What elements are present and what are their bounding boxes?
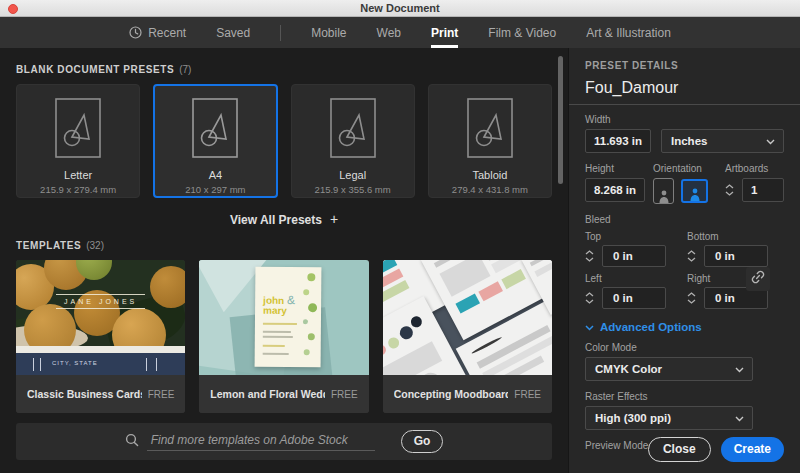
document-preset-icon <box>192 98 238 162</box>
bleed-left-input[interactable]: 0 in <box>602 287 666 309</box>
template-row: JANE JONES CITY, STATE Classic Business … <box>16 260 552 413</box>
raster-effects-label: Raster Effects <box>585 391 784 402</box>
new-document-dialog: New Document Recent Saved Mobile Web Pri… <box>0 0 800 473</box>
preset-card-tabloid[interactable]: Tabloid 279.4 x 431.8 mm <box>428 84 552 198</box>
orientation-portrait-button[interactable] <box>653 178 674 204</box>
preset-name: A4 <box>209 169 222 181</box>
artboards-input[interactable]: 1 <box>742 178 784 202</box>
template-thumbnail: john & mary <box>199 260 368 375</box>
orientation-landscape-button[interactable] <box>681 179 708 203</box>
search-input[interactable]: Find more templates on Adobe Stock <box>147 433 375 451</box>
clock-icon <box>129 26 142 39</box>
chevron-down-icon <box>585 321 594 333</box>
preset-card-a4[interactable]: A4 210 x 297 mm <box>153 84 277 198</box>
raster-effects-dropdown[interactable]: High (300 ppi) <box>585 406 753 430</box>
category-tabbar: Recent Saved Mobile Web Print Film & Vid… <box>0 17 800 48</box>
template-title: Concepting Moodboard Set <box>394 388 509 400</box>
link-icon <box>751 270 765 288</box>
template2-text: john & mary <box>263 295 295 316</box>
template-card-moodboard[interactable]: Concepting Moodboard Set FREE <box>383 260 552 413</box>
preset-name: Legal <box>339 169 366 181</box>
template1-title-overlay: JANE JONES <box>16 290 185 309</box>
template-card-business-cards[interactable]: JANE JONES CITY, STATE Classic Business … <box>16 260 185 413</box>
tab-label: Art & Illustration <box>586 26 671 40</box>
search-icon <box>125 433 139 451</box>
preset-dimensions: 279.4 x 431.8 mm <box>452 184 528 195</box>
preset-dimensions: 215.9 x 355.6 mm <box>315 184 391 195</box>
document-preset-icon <box>330 98 376 162</box>
divider <box>569 104 800 105</box>
document-preset-icon <box>55 98 101 162</box>
bleed-left-stepper[interactable] <box>585 292 597 304</box>
tab-label: Recent <box>148 26 186 40</box>
chevron-down-icon <box>735 412 744 424</box>
go-button[interactable]: Go <box>401 430 444 453</box>
preset-name: Letter <box>64 169 92 181</box>
height-input[interactable]: 8.268 in <box>585 178 645 202</box>
create-button[interactable]: Create <box>721 437 784 462</box>
bleed-right-stepper[interactable] <box>687 292 699 304</box>
preset-details-panel: PRESET DETAILS Fou_Damour Width 11.693 i… <box>568 48 800 473</box>
preset-dimensions: 210 x 297 mm <box>185 184 245 195</box>
height-label: Height <box>585 163 653 174</box>
preset-row: Letter 215.9 x 279.4 mm A4 210 x 297 mm … <box>16 84 552 198</box>
adobe-stock-search-bar: Find more templates on Adobe Stock Go <box>16 423 552 460</box>
template-free-badge: FREE <box>514 389 541 400</box>
color-mode-dropdown[interactable]: CMYK Color <box>585 357 753 381</box>
main-area: BLANK DOCUMENT PRESETS(7) Letter 215.9 x… <box>0 48 568 473</box>
artboards-stepper[interactable] <box>725 184 737 196</box>
tab-label: Print <box>431 26 458 40</box>
tab-label: Saved <box>216 26 250 40</box>
template-thumbnail <box>383 260 552 375</box>
template-thumbnail: JANE JONES CITY, STATE <box>16 260 185 375</box>
tab-web[interactable]: Web <box>377 17 401 48</box>
bleed-top-label: Top <box>585 231 671 242</box>
preset-name: Tabloid <box>472 169 507 181</box>
chevron-down-icon <box>735 363 744 375</box>
template-title: Lemon and Floral Wedding Invita... <box>210 388 325 400</box>
bleed-bottom-input[interactable]: 0 in <box>704 245 768 267</box>
tab-label: Web <box>377 26 401 40</box>
close-window-button[interactable] <box>8 4 18 14</box>
template-free-badge: FREE <box>331 389 358 400</box>
document-name-input[interactable]: Fou_Damour <box>585 79 784 104</box>
width-input[interactable]: 11.693 in <box>585 129 651 153</box>
tab-divider <box>280 25 281 41</box>
tab-mobile[interactable]: Mobile <box>311 17 346 48</box>
templates-count: (32) <box>86 240 104 251</box>
link-bleed-values-button[interactable] <box>746 267 770 291</box>
document-preset-icon <box>467 98 513 162</box>
titlebar: New Document <box>0 0 800 17</box>
template-card-wedding-invitation[interactable]: john & mary <box>199 260 368 413</box>
vertical-scrollbar[interactable] <box>558 56 563 184</box>
tab-recent[interactable]: Recent <box>129 17 186 48</box>
tab-art-illustration[interactable]: Art & Illustration <box>586 17 671 48</box>
blank-presets-heading: BLANK DOCUMENT PRESETS(7) <box>16 64 552 75</box>
view-all-presets-button[interactable]: View All Presets+ <box>16 211 552 227</box>
width-label: Width <box>585 114 784 125</box>
template1-card-text: CITY, STATE <box>52 360 98 366</box>
presets-count: (7) <box>179 64 191 75</box>
bleed-top-stepper[interactable] <box>585 250 597 262</box>
orientation-label: Orientation <box>653 163 725 174</box>
bleed-bottom-stepper[interactable] <box>687 250 699 262</box>
artboards-label: Artboards <box>725 163 784 174</box>
window-title: New Document <box>360 2 439 14</box>
bleed-left-label: Left <box>585 273 671 284</box>
tab-saved[interactable]: Saved <box>216 17 250 48</box>
bleed-bottom-label: Bottom <box>687 231 773 242</box>
bleed-top-input[interactable]: 0 in <box>602 245 666 267</box>
units-dropdown[interactable]: Inches <box>661 129 784 153</box>
preset-details-heading: PRESET DETAILS <box>585 60 784 71</box>
advanced-options-toggle[interactable]: Advanced Options <box>585 321 784 333</box>
close-button[interactable]: Close <box>648 437 711 462</box>
tab-print[interactable]: Print <box>431 17 458 48</box>
preset-card-legal[interactable]: Legal 215.9 x 355.6 mm <box>291 84 415 198</box>
templates-heading: TEMPLATES(32) <box>16 240 552 251</box>
tab-film-video[interactable]: Film & Video <box>488 17 556 48</box>
bleed-label: Bleed <box>585 214 784 225</box>
preset-card-letter[interactable]: Letter 215.9 x 279.4 mm <box>16 84 140 198</box>
preset-dimensions: 215.9 x 279.4 mm <box>40 184 116 195</box>
color-mode-label: Color Mode <box>585 342 784 353</box>
tab-label: Film & Video <box>488 26 556 40</box>
